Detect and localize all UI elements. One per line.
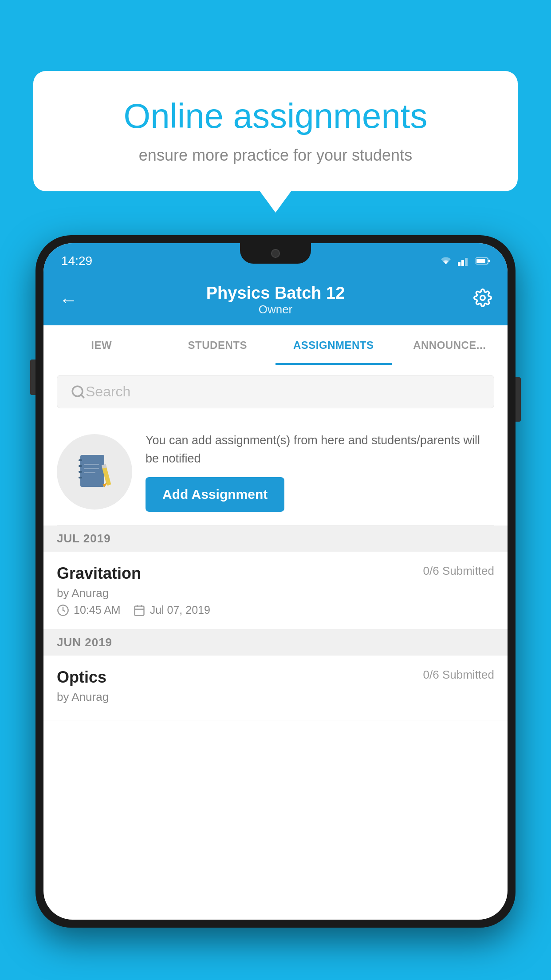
svg-rect-1 bbox=[461, 260, 464, 266]
promo-text: You can add assignment(s) from here and … bbox=[146, 431, 494, 467]
detail-time-value: 10:45 AM bbox=[74, 604, 121, 616]
calendar-icon bbox=[133, 604, 146, 616]
content-area: Search bbox=[43, 365, 508, 720]
clock-icon bbox=[57, 604, 69, 616]
svg-rect-16 bbox=[84, 472, 95, 473]
header-subtitle: Owner bbox=[206, 303, 345, 316]
assignment-title-gravitation: Gravitation bbox=[57, 564, 141, 583]
assignment-icon-circle bbox=[57, 434, 132, 510]
promo-content: You can add assignment(s) from here and … bbox=[146, 431, 494, 512]
assignment-title-optics: Optics bbox=[57, 668, 106, 687]
bubble-subtitle: ensure more practice for your students bbox=[62, 146, 489, 165]
search-bar[interactable]: Search bbox=[57, 375, 494, 408]
tab-iew[interactable]: IEW bbox=[43, 325, 160, 365]
svg-line-8 bbox=[81, 395, 84, 397]
bubble-title: Online assignments bbox=[62, 95, 489, 137]
assignment-item-gravitation[interactable]: Gravitation 0/6 Submitted by Anurag 10:4… bbox=[43, 552, 508, 629]
header-title-block: Physics Batch 12 Owner bbox=[206, 284, 345, 316]
battery-icon bbox=[476, 257, 490, 265]
assignment-row-top: Gravitation 0/6 Submitted bbox=[57, 564, 494, 583]
svg-rect-4 bbox=[476, 259, 485, 263]
phone-outer: 14:29 bbox=[35, 235, 516, 928]
assignment-meta-gravitation: by Anurag bbox=[57, 586, 494, 600]
notch bbox=[240, 243, 311, 264]
tab-assignments[interactable]: ASSIGNMENTS bbox=[276, 325, 392, 365]
svg-rect-5 bbox=[488, 260, 490, 262]
status-time: 14:29 bbox=[61, 254, 92, 268]
tab-students[interactable]: STUDENTS bbox=[160, 325, 276, 365]
svg-rect-14 bbox=[84, 464, 99, 465]
speech-bubble-container: Online assignments ensure more practice … bbox=[33, 71, 518, 191]
assignment-meta-optics: by Anurag bbox=[57, 690, 494, 704]
svg-rect-11 bbox=[79, 465, 82, 467]
assignment-submitted-optics: 0/6 Submitted bbox=[423, 668, 494, 682]
assignment-details-gravitation: 10:45 AM Jul 07, 2019 bbox=[57, 604, 494, 616]
search-icon bbox=[71, 384, 86, 399]
signal-icon bbox=[458, 256, 470, 266]
section-jun-2019: JUN 2019 bbox=[43, 629, 508, 656]
section-jul-2019: JUL 2019 bbox=[43, 526, 508, 552]
phone-screen: 14:29 bbox=[43, 243, 508, 920]
svg-rect-9 bbox=[80, 455, 104, 487]
detail-date: Jul 07, 2019 bbox=[133, 604, 210, 616]
assignment-submitted-gravitation: 0/6 Submitted bbox=[423, 564, 494, 578]
detail-time: 10:45 AM bbox=[57, 604, 121, 616]
assignment-row-top-optics: Optics 0/6 Submitted bbox=[57, 668, 494, 687]
gear-button[interactable] bbox=[473, 288, 492, 311]
svg-rect-2 bbox=[465, 258, 468, 266]
back-button[interactable]: ← bbox=[59, 289, 78, 311]
svg-rect-13 bbox=[79, 477, 82, 478]
svg-rect-15 bbox=[84, 468, 99, 469]
tabs-bar: IEW STUDENTS ASSIGNMENTS ANNOUNCE... bbox=[43, 325, 508, 365]
app-header: ← Physics Batch 12 Owner bbox=[43, 274, 508, 325]
phone-wrapper: 14:29 bbox=[35, 235, 516, 980]
search-placeholder: Search bbox=[86, 383, 130, 400]
svg-rect-12 bbox=[79, 471, 82, 473]
svg-rect-21 bbox=[134, 606, 144, 615]
wifi-icon bbox=[439, 256, 453, 266]
speech-bubble: Online assignments ensure more practice … bbox=[33, 71, 518, 191]
detail-date-value: Jul 07, 2019 bbox=[150, 604, 210, 616]
camera-dot bbox=[271, 249, 280, 258]
svg-rect-10 bbox=[79, 459, 82, 461]
tab-announcements[interactable]: ANNOUNCE... bbox=[392, 325, 508, 365]
notebook-icon bbox=[77, 453, 112, 490]
status-icons bbox=[439, 256, 490, 266]
promo-card: You can add assignment(s) from here and … bbox=[57, 418, 494, 526]
header-title: Physics Batch 12 bbox=[206, 284, 345, 303]
svg-point-6 bbox=[480, 296, 485, 300]
svg-rect-0 bbox=[458, 262, 460, 266]
add-assignment-button[interactable]: Add Assignment bbox=[146, 477, 284, 512]
assignment-item-optics[interactable]: Optics 0/6 Submitted by Anurag bbox=[43, 656, 508, 720]
